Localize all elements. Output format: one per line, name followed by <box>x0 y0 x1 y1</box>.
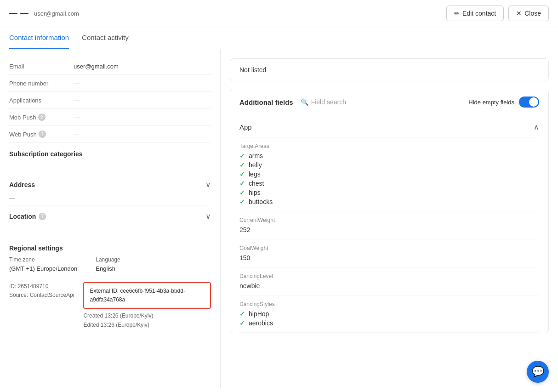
additional-fields-header: Additional fields 🔍 Field search Hide em… <box>230 89 548 115</box>
phone-row: Phone number — <box>9 75 211 92</box>
web-push-row: Web Push ? — <box>9 126 211 143</box>
right-panel: Not listed Additional fields 🔍 Field sea… <box>221 49 558 388</box>
close-button[interactable]: ✕ Close <box>508 6 549 21</box>
not-listed-label: Not listed <box>239 66 266 74</box>
target-area-belly: ✓ belly <box>239 161 539 169</box>
dash-2 <box>20 13 28 14</box>
mob-push-row: Mob Push ? — <box>9 109 211 126</box>
hide-empty-label: Hide empty fields <box>468 99 514 106</box>
tabs: Contact information Contact activity <box>0 27 558 49</box>
subscription-title: Subscription categories <box>9 143 211 161</box>
location-title: Location ? <box>9 213 46 220</box>
regional-section: Regional settings Time zone (GMT +1) Eur… <box>9 237 211 276</box>
check-icon: ✓ <box>239 198 245 205</box>
check-icon: ✓ <box>239 189 245 196</box>
app-section: App ∧ TargetAreas ✓ arms ✓ belly <box>230 115 548 333</box>
close-icon: ✕ <box>516 10 522 17</box>
target-areas-values: ✓ arms ✓ belly ✓ legs ✓ <box>239 152 539 205</box>
app-section-header: App ∧ <box>239 115 539 137</box>
check-icon: ✓ <box>239 152 245 159</box>
mob-push-help-icon[interactable]: ? <box>38 114 46 121</box>
id-label: ID: <box>9 283 16 290</box>
created-value: 13:26 (Europe/Kyiv) <box>104 312 153 319</box>
edit-icon: ✏ <box>454 10 460 17</box>
dash-group <box>9 13 28 14</box>
top-bar-actions: ✏ Edit contact ✕ Close <box>446 6 549 21</box>
mob-push-value: — <box>74 114 80 121</box>
applications-row: Applications — <box>9 92 211 109</box>
current-weight-value: 252 <box>239 226 539 233</box>
check-icon: ✓ <box>239 180 245 187</box>
web-push-value: — <box>74 131 80 138</box>
edit-label: Edit contact <box>462 10 496 17</box>
tab-contact-information[interactable]: Contact information <box>9 27 69 49</box>
regional-row: Time zone (GMT +1) Europe/London Languag… <box>9 256 211 272</box>
mob-push-label: Mob Push ? <box>9 114 74 121</box>
goal-weight-label: GoalWeight <box>239 245 539 251</box>
hide-empty-switch[interactable] <box>519 97 539 108</box>
current-weight-label: CurrentWeight <box>239 217 539 223</box>
timezone-value: (GMT +1) Europe/London <box>9 265 77 272</box>
target-area-arms: ✓ arms <box>239 152 539 159</box>
target-areas-group: TargetAreas ✓ arms ✓ belly ✓ legs <box>239 137 539 211</box>
email-label: Email <box>9 63 74 70</box>
external-id-box: External ID: cee6c6fb-f951-4b3a-bbdd-a9d… <box>83 282 211 309</box>
dancing-style-hiphop: ✓ hipHop <box>239 310 539 318</box>
main-content: Email user@gmail.com Phone number — Appl… <box>0 49 558 388</box>
language-value: English <box>96 265 115 272</box>
source-row: Source: ContactSourceApi <box>9 291 74 300</box>
dash-1 <box>9 13 17 14</box>
email-row: Email user@gmail.com <box>9 58 211 75</box>
footer-ids: ID: 2651489710 Source: ContactSourceApi … <box>9 276 211 330</box>
check-icon: ✓ <box>239 161 245 169</box>
source-value: ContactSourceApi <box>30 292 74 298</box>
tab-contact-activity[interactable]: Contact activity <box>82 27 129 49</box>
chat-button[interactable]: 💬 <box>527 361 549 383</box>
dancing-level-group: DancingLevel newbie <box>239 267 539 295</box>
source-label: Source: <box>9 292 28 298</box>
language-label: Language <box>96 256 120 263</box>
app-section-title: App <box>239 123 252 131</box>
target-area-buttocks: ✓ buttocks <box>239 198 539 205</box>
phone-label: Phone number <box>9 80 74 87</box>
dancing-styles-label: DancingStyles <box>239 301 539 307</box>
field-search[interactable]: 🔍 Field search <box>301 98 346 106</box>
edit-contact-button[interactable]: ✏ Edit contact <box>446 6 504 21</box>
current-weight-group: CurrentWeight 252 <box>239 211 539 239</box>
dancing-level-value: newbie <box>239 282 539 290</box>
id-row: ID: 2651489710 <box>9 282 74 291</box>
language-item: Language English <box>96 256 120 272</box>
address-chevron-icon: ∨ <box>205 180 211 189</box>
left-panel: Email user@gmail.com Phone number — Appl… <box>0 49 221 388</box>
footer-dates: Created 13:26 (Europe/Kyiv) Edited 13:26… <box>83 312 211 329</box>
target-area-legs: ✓ legs <box>239 170 539 178</box>
created-row: Created 13:26 (Europe/Kyiv) <box>83 312 211 320</box>
timezone-label: Time zone <box>9 256 77 263</box>
check-icon: ✓ <box>239 319 245 327</box>
address-header[interactable]: Address ∨ <box>9 174 211 193</box>
dancing-styles-values: ✓ hipHop ✓ aerobics <box>239 310 539 327</box>
chat-icon: 💬 <box>532 366 544 378</box>
edited-row: Edited 13:26 (Europe/Kyiv) <box>83 321 211 330</box>
location-value: — <box>9 224 211 237</box>
timezone-item: Time zone (GMT +1) Europe/London <box>9 256 77 272</box>
additional-fields-title: Additional fields <box>239 98 293 106</box>
address-title: Address <box>9 181 35 188</box>
web-push-help-icon[interactable]: ? <box>39 131 46 138</box>
check-icon: ✓ <box>239 170 245 178</box>
email-value: user@gmail.com <box>74 63 119 70</box>
footer-left: ID: 2651489710 Source: ContactSourceApi <box>9 282 74 330</box>
address-value: — <box>9 193 211 205</box>
location-help-icon[interactable]: ? <box>39 213 46 220</box>
location-header[interactable]: Location ? ∨ <box>9 205 211 224</box>
location-chevron-icon: ∨ <box>205 212 211 221</box>
collapse-icon[interactable]: ∧ <box>534 123 539 131</box>
user-email: user@gmail.com <box>34 10 79 17</box>
target-area-hips: ✓ hips <box>239 189 539 196</box>
location-section: Location ? ∨ — <box>9 205 211 237</box>
subscription-section: Subscription categories — <box>9 143 211 174</box>
regional-title: Regional settings <box>9 244 211 252</box>
additional-fields-box: Additional fields 🔍 Field search Hide em… <box>230 89 549 333</box>
goal-weight-group: GoalWeight 150 <box>239 239 539 267</box>
applications-label: Applications <box>9 97 74 104</box>
